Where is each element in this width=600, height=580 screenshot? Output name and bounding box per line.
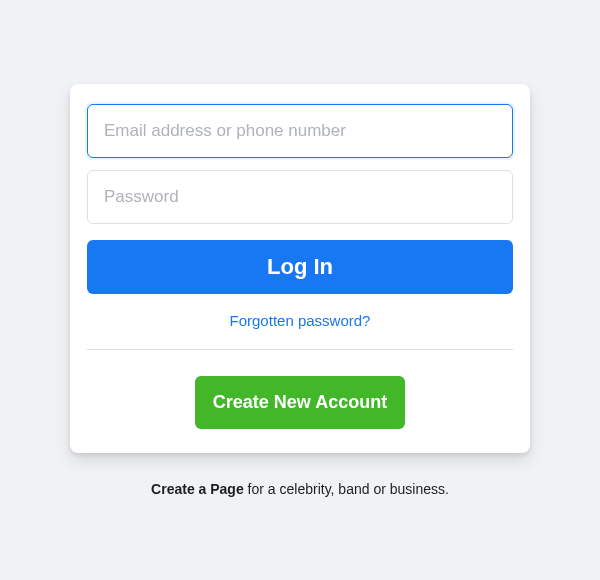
email-input[interactable] [87,104,513,158]
login-card: Log In Forgotten password? Create New Ac… [70,84,530,453]
forgot-password-link[interactable]: Forgotten password? [230,312,371,329]
divider [87,349,513,350]
create-page-text: for a celebrity, band or business. [244,481,449,497]
create-page-link[interactable]: Create a Page [151,481,244,497]
footer-text: Create a Page for a celebrity, band or b… [151,481,449,497]
login-button[interactable]: Log In [87,240,513,294]
password-input[interactable] [87,170,513,224]
create-account-button[interactable]: Create New Account [195,376,405,429]
